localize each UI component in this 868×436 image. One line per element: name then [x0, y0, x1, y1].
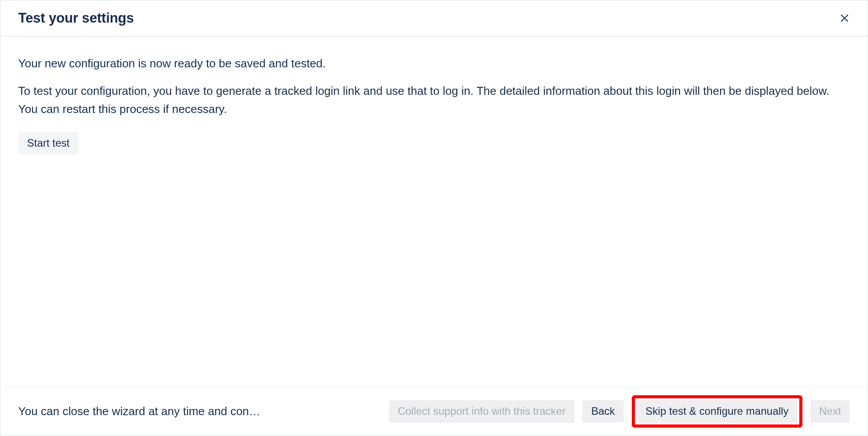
footer-hint-text: You can close the wizard at any time and… [18, 405, 302, 418]
back-button[interactable]: Back [582, 400, 623, 423]
footer-actions: Collect support info with this tracker B… [389, 395, 850, 428]
skip-button-highlight: Skip test & configure manually [632, 395, 802, 428]
start-test-button[interactable]: Start test [18, 132, 78, 155]
skip-test-button[interactable]: Skip test & configure manually [637, 400, 798, 423]
next-button[interactable]: Next [810, 400, 850, 423]
dialog-footer: You can close the wizard at any time and… [0, 387, 868, 436]
close-icon [839, 13, 850, 23]
intro-text-2: To test your configuration, you have to … [18, 82, 850, 118]
intro-text-1: Your new configuration is now ready to b… [18, 54, 850, 72]
collect-support-button[interactable]: Collect support info with this tracker [389, 400, 575, 423]
dialog-header: Test your settings [0, 0, 868, 37]
test-settings-dialog: Test your settings Your new configuratio… [0, 0, 868, 436]
close-button[interactable] [836, 9, 853, 27]
dialog-body: Your new configuration is now ready to b… [0, 37, 868, 387]
dialog-title: Test your settings [18, 10, 134, 26]
